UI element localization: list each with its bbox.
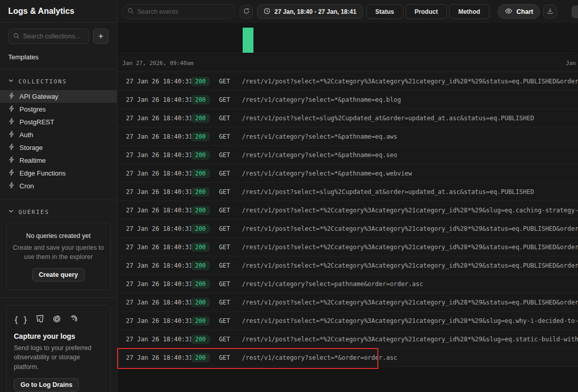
capture-logs-description: Send logs to your preferred observabilit… — [14, 343, 103, 371]
log-path: /rest/v1/post?select=*%2Ccategory%3Acate… — [242, 207, 578, 214]
status-badge: 200 — [191, 132, 210, 141]
chart-bar[interactable] — [243, 28, 253, 53]
log-row[interactable]: 27 Jan 26 18:40:31 200 GET /rest/v1/cate… — [117, 275, 578, 293]
date-range-button[interactable]: 27 Jan, 18:40 - 27 Jan, 18:41 — [257, 4, 363, 19]
queries-header[interactable]: QUERIES — [0, 200, 117, 221]
log-row[interactable]: 27 Jan 26 18:40:31 200 GET /rest/v1/post… — [117, 312, 578, 330]
log-method: GET — [219, 170, 230, 177]
log-row[interactable]: 27 Jan 26 18:40:31 200 GET /rest/v1/post… — [117, 330, 578, 349]
log-method: GET — [219, 133, 230, 140]
status-badge: 200 — [191, 298, 210, 307]
log-timestamp: 27 Jan 26 18:40:31 — [126, 207, 191, 214]
log-timestamp: 27 Jan 26 18:40:31 — [126, 317, 191, 324]
status-badge: 200 — [191, 261, 210, 270]
log-timestamp: 27 Jan 26 18:40:31 — [126, 244, 191, 251]
log-timestamp: 27 Jan 26 18:40:31 — [126, 96, 191, 103]
log-row[interactable]: 27 Jan 26 18:40:31 200 GET /rest/v1/post… — [117, 220, 578, 238]
log-row[interactable]: 27 Jan 26 18:40:31 200 GET /rest/v1/cate… — [117, 164, 578, 183]
status-badge: 200 — [191, 150, 210, 160]
add-collection-button[interactable]: + — [93, 29, 109, 44]
page-title: Logs & Analytics — [0, 0, 117, 23]
log-row[interactable]: 27 Jan 26 18:40:31 200 GET /rest/v1/cate… — [117, 146, 578, 164]
queries-empty-description: Create and save your queries to use them… — [13, 243, 104, 262]
go-to-log-drains-button[interactable]: Go to Log Drains — [14, 378, 79, 391]
collection-item-label: Postgres — [19, 105, 46, 113]
log-timestamp: 27 Jan 26 18:40:31 — [126, 188, 191, 195]
sidebar-item-storage[interactable]: Storage — [0, 141, 117, 154]
sidebar-item-templates[interactable]: Templates — [0, 49, 117, 70]
sidebar-item-edge-functions[interactable]: Edge Functions — [0, 167, 117, 180]
log-row[interactable]: 27 Jan 26 18:40:31 200 GET /rest/v1/cate… — [117, 349, 578, 367]
capture-logs-title: Capture your logs — [14, 332, 103, 340]
log-row[interactable]: 27 Jan 26 18:40:31 200 GET /rest/v1/post… — [117, 293, 578, 312]
log-path: /rest/v1/category?select=pathname&order=… — [242, 280, 578, 288]
status-badge: 200 — [191, 316, 210, 325]
collections-list: API Gateway Postgres PostgREST Auth — [0, 90, 117, 192]
queries-empty-title: No queries created yet — [13, 232, 104, 239]
clock-icon — [264, 8, 270, 16]
log-row[interactable]: 27 Jan 26 18:40:31 200 GET /rest/v1/cate… — [117, 127, 578, 146]
queries-section: QUERIES No queries created yet Create an… — [0, 200, 117, 298]
search-events-input[interactable]: Search events — [122, 4, 236, 19]
status-badge: 200 — [191, 353, 210, 362]
sidebar-item-postgrest[interactable]: PostgREST — [0, 116, 117, 128]
queries-empty-card: No queries created yet Create and save y… — [6, 223, 111, 290]
sidebar-search-row: Search collections... + — [0, 23, 117, 48]
sidebar-item-auth[interactable]: Auth — [0, 128, 117, 141]
filter-status-button[interactable]: Status — [366, 4, 403, 19]
filter-product-button[interactable]: Product — [405, 4, 447, 19]
download-button[interactable] — [543, 5, 557, 18]
collection-item-label: Realtime — [19, 157, 46, 164]
status-badge: 200 — [191, 243, 210, 252]
filter-method-button[interactable]: Method — [449, 4, 489, 19]
log-method: GET — [219, 96, 230, 103]
status-badge: 200 — [191, 335, 210, 344]
log-path: /rest/v1/category?select=*&order=order.a… — [242, 354, 578, 361]
log-path: /rest/v1/category?select=*&pathname=eq.a… — [242, 133, 578, 140]
sidebar-item-api-gateway[interactable]: API Gateway — [0, 90, 117, 103]
create-query-button[interactable]: Create query — [32, 268, 84, 281]
sidebar-item-postgres[interactable]: Postgres — [0, 103, 117, 116]
log-row[interactable]: 27 Jan 26 18:40:31 200 GET /rest/v1/post… — [117, 201, 578, 220]
log-method: GET — [219, 78, 230, 85]
search-collections-input[interactable]: Search collections... — [8, 29, 89, 44]
chart-toggle-button[interactable]: Chart — [498, 4, 541, 19]
log-row[interactable]: 27 Jan 26 18:40:31 200 GET /rest/v1/post… — [117, 109, 578, 127]
collections-header[interactable]: COLLECTIONS — [0, 70, 117, 90]
log-table-body: 27 Jan 26 18:40:31 200 GET /rest/v1/post… — [117, 72, 578, 367]
chevron-down-icon — [8, 78, 14, 85]
log-method: GET — [219, 299, 230, 306]
search-collections-placeholder: Search collections... — [23, 33, 80, 40]
log-path: /rest/v1/post?select=*%2Ccategory%3Acate… — [242, 336, 578, 343]
status-badge: 200 — [191, 206, 210, 215]
log-row[interactable]: 27 Jan 26 18:40:31 200 GET /rest/v1/post… — [117, 183, 578, 201]
capture-logs-icons: { } — [14, 314, 103, 325]
refresh-icon — [243, 7, 250, 16]
log-method: GET — [219, 225, 230, 232]
log-timestamp: 27 Jan 26 18:40:31 — [126, 78, 191, 85]
log-path: /rest/v1/category?select=*&pathname=eq.s… — [242, 151, 578, 159]
chart-toggle-label: Chart — [517, 8, 533, 15]
sidebar-item-realtime[interactable]: Realtime — [0, 154, 117, 167]
log-path: /rest/v1/post?select=*%2Ccategory%3Acate… — [242, 299, 578, 306]
log-method: GET — [219, 207, 230, 214]
log-method: GET — [219, 354, 230, 361]
log-method: GET — [219, 317, 230, 324]
chevron-down-icon — [8, 208, 14, 215]
signal-icon — [69, 314, 79, 325]
status-badge: 200 — [191, 77, 210, 86]
refresh-button[interactable] — [240, 5, 253, 18]
log-timestamp: 27 Jan 26 18:40:31 — [126, 170, 191, 177]
collection-zap-icon — [8, 92, 15, 101]
collection-item-label: Edge Functions — [19, 169, 66, 177]
log-row[interactable]: 27 Jan 26 18:40:31 200 GET /rest/v1/cate… — [117, 91, 578, 109]
partial-edge-button[interactable] — [572, 6, 578, 18]
log-row[interactable]: 27 Jan 26 18:40:31 200 GET /rest/v1/post… — [117, 72, 578, 91]
log-method: GET — [219, 280, 230, 288]
log-row[interactable]: 27 Jan 26 18:40:31 200 GET /rest/v1/post… — [117, 238, 578, 256]
sidebar-item-cron[interactable]: Cron — [0, 180, 117, 192]
log-row[interactable]: 27 Jan 26 18:40:31 200 GET /rest/v1/post… — [117, 256, 578, 275]
log-timestamp: 27 Jan 26 18:40:31 — [126, 133, 191, 140]
log-method: GET — [219, 262, 230, 269]
status-badge: 200 — [191, 187, 210, 197]
